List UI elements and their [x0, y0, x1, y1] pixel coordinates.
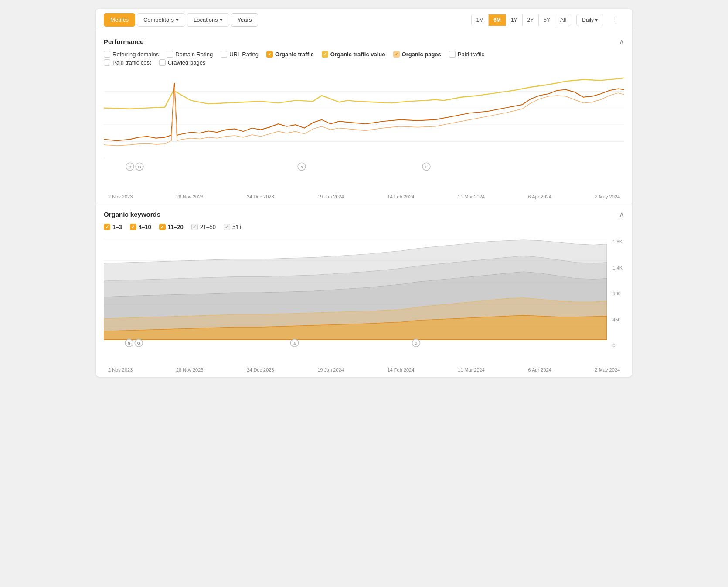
filter-organic-traffic-value[interactable]: ✓ Organic traffic value: [322, 51, 385, 58]
checkbox-organic-traffic-value[interactable]: ✓: [322, 51, 328, 58]
period-5y[interactable]: 5Y: [539, 14, 555, 26]
filter-domain-rating[interactable]: Domain Rating: [167, 51, 213, 58]
checkbox-referring-domains[interactable]: [104, 51, 110, 58]
organic-keywords-header: Organic keywords ∧: [104, 210, 624, 218]
filter-paid-traffic-cost[interactable]: Paid traffic cost: [104, 59, 151, 66]
keyword-filters: ✓ 1–3 ✓ 4–10 ✓ 11–20 ✓ 21–50: [104, 224, 624, 230]
filter-url-rating[interactable]: URL Rating: [221, 51, 259, 58]
performance-chart-svg: G G a 2: [104, 75, 624, 175]
performance-chart: G G a 2: [104, 70, 624, 192]
chevron-down-icon: ▾: [176, 17, 179, 23]
filter-51plus[interactable]: ✓ 51+: [224, 224, 242, 230]
performance-filters-row2: Paid traffic cost Crawled pages: [104, 59, 624, 66]
checkbox-paid-traffic-cost[interactable]: [104, 59, 110, 66]
checkbox-organic-traffic[interactable]: ✓: [266, 51, 273, 58]
daily-button[interactable]: Daily ▾: [576, 14, 603, 26]
time-period-selector: 1M 6M 1Y 2Y 5Y All: [471, 14, 572, 26]
svg-text:2: 2: [415, 341, 417, 345]
performance-header: Performance ∧: [104, 38, 624, 46]
top-nav: Metrics Competitors ▾ Locations ▾ Years …: [96, 9, 632, 31]
period-1m[interactable]: 1M: [472, 14, 489, 26]
filter-4-10[interactable]: ✓ 4–10: [130, 224, 151, 230]
metrics-button[interactable]: Metrics: [104, 13, 135, 27]
years-button[interactable]: Years: [231, 13, 259, 27]
filter-21-50[interactable]: ✓ 21–50: [191, 224, 216, 230]
performance-filters: Referring domains Domain Rating URL Rati…: [104, 51, 624, 58]
checkbox-11-20[interactable]: ✓: [159, 224, 166, 230]
checkbox-21-50[interactable]: ✓: [191, 224, 198, 230]
main-container: Metrics Competitors ▾ Locations ▾ Years …: [96, 9, 632, 377]
period-all[interactable]: All: [555, 14, 571, 26]
checkbox-organic-pages[interactable]: ✓: [393, 51, 400, 58]
performance-x-labels: 2 Nov 2023 28 Nov 2023 24 Dec 2023 19 Ja…: [104, 192, 624, 204]
checkbox-url-rating[interactable]: [221, 51, 227, 58]
svg-text:G: G: [128, 341, 131, 345]
checkbox-1-3[interactable]: ✓: [104, 224, 110, 230]
filter-organic-pages[interactable]: ✓ Organic pages: [393, 51, 441, 58]
keyword-chart-svg: G G a 2: [104, 239, 607, 348]
more-options-button[interactable]: ⋮: [609, 14, 624, 27]
locations-button[interactable]: Locations ▾: [187, 13, 229, 27]
keyword-x-labels: 2 Nov 2023 28 Nov 2023 24 Dec 2023 19 Ja…: [104, 365, 624, 377]
keyword-chart: 1.8K 1.4K 900 450 0: [104, 235, 624, 365]
checkbox-domain-rating[interactable]: [167, 51, 173, 58]
filter-paid-traffic[interactable]: Paid traffic: [449, 51, 484, 58]
filter-crawled-pages[interactable]: Crawled pages: [159, 59, 206, 66]
period-6m[interactable]: 6M: [489, 14, 506, 26]
organic-keywords-title: Organic keywords: [104, 211, 160, 218]
svg-text:G: G: [138, 165, 141, 169]
checkbox-paid-traffic[interactable]: [449, 51, 456, 58]
svg-text:2: 2: [425, 165, 427, 169]
period-2y[interactable]: 2Y: [523, 14, 539, 26]
svg-text:a: a: [300, 165, 303, 169]
organic-keywords-collapse-button[interactable]: ∧: [619, 210, 624, 218]
filter-1-3[interactable]: ✓ 1–3: [104, 224, 122, 230]
filter-organic-traffic[interactable]: ✓ Organic traffic: [266, 51, 314, 58]
checkbox-4-10[interactable]: ✓: [130, 224, 136, 230]
checkbox-51plus[interactable]: ✓: [224, 224, 230, 230]
performance-section: Performance ∧ Referring domains Domain R…: [96, 31, 632, 204]
y-axis-labels: 1.8K 1.4K 900 450 0: [612, 239, 624, 348]
filter-11-20[interactable]: ✓ 11–20: [159, 224, 184, 230]
svg-text:G: G: [129, 165, 132, 169]
checkbox-crawled-pages[interactable]: [159, 59, 166, 66]
performance-title: Performance: [104, 38, 144, 45]
competitors-button[interactable]: Competitors ▾: [137, 13, 185, 27]
svg-text:G: G: [137, 341, 140, 345]
period-1y[interactable]: 1Y: [506, 14, 523, 26]
organic-keywords-section: Organic keywords ∧ ✓ 1–3 ✓ 4–10 ✓ 11–20: [96, 204, 632, 377]
filter-referring-domains[interactable]: Referring domains: [104, 51, 159, 58]
chevron-down-icon: ▾: [220, 17, 223, 23]
chevron-down-icon: ▾: [595, 17, 598, 23]
performance-collapse-button[interactable]: ∧: [619, 38, 624, 46]
svg-text:a: a: [293, 341, 296, 345]
